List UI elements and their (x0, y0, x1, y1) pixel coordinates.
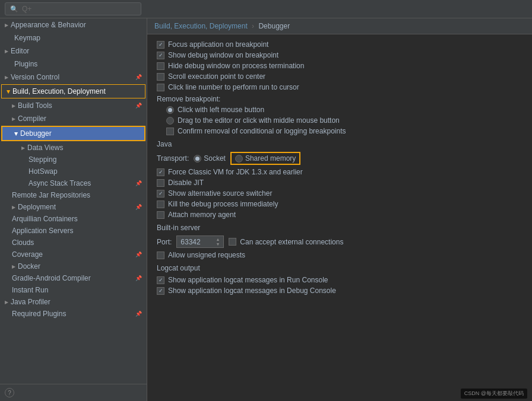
triangle-icon: ▶ (5, 300, 8, 305)
sidebar-item-build-tools[interactable]: ▶ Build Tools 📌 (0, 99, 147, 112)
triangle-icon: ▶ (21, 145, 25, 151)
pin-icon: 📌 (135, 74, 142, 80)
sidebar-item-instant-run[interactable]: Instant Run (0, 284, 147, 296)
checkbox-show-run[interactable]: ✓ (157, 276, 164, 284)
checkbox-show-alternative-label: Show alternative source switcher (168, 189, 272, 198)
sidebar-item-hotswap[interactable]: HotSwap (0, 166, 147, 177)
sidebar-item-debugger[interactable]: ▶ Debugger (1, 126, 145, 141)
sidebar-item-docker[interactable]: ▶ Docker (0, 260, 147, 272)
search-box[interactable]: 🔍 Q+ (5, 2, 141, 15)
sidebar-label: Gradle-Android Compiler (12, 274, 91, 282)
sidebar-label: Remote Jar Repositories (12, 191, 90, 199)
sidebar-label: Build Tools (18, 101, 52, 110)
triangle-icon: ▶ (5, 23, 8, 28)
built-in-server-label: Built-in server (157, 224, 522, 232)
remove-option-confirm: Confirm removal of conditional or loggin… (157, 127, 522, 135)
radio-drag[interactable] (166, 117, 174, 125)
remove-option-drag: Drag to the editor or click with middle … (157, 116, 522, 125)
triangle-icon: ▶ (5, 75, 8, 80)
checkbox-show-debug-console[interactable]: ✓ (157, 287, 164, 295)
sidebar-item-stepping[interactable]: Stepping (0, 154, 147, 166)
checkbox-attach-memory[interactable] (157, 211, 164, 219)
breadcrumb-parent: Build, Execution, Deployment (154, 22, 248, 30)
checkbox-show-alternative[interactable]: ✓ (157, 190, 164, 198)
sidebar-item-remote-jar[interactable]: Remote Jar Repositories (0, 189, 147, 201)
checkbox-confirm[interactable] (166, 128, 174, 135)
sidebar-label: Clouds (12, 238, 34, 247)
radio-socket[interactable] (194, 155, 201, 163)
sidebar-label: HotSwap (28, 167, 58, 176)
sidebar-label: Coverage (12, 250, 43, 259)
setting-force-classic: ✓ Force Classic VM for JDK 1.3.x and ear… (157, 168, 522, 176)
pin-icon: 📌 (135, 180, 142, 186)
triangle-icon: ▶ (12, 264, 15, 269)
radio-shared-memory[interactable] (235, 155, 243, 163)
port-row: Port: 63342 ▲ ▼ Can accept external conn… (157, 235, 522, 248)
spinner-down-icon[interactable]: ▼ (216, 242, 220, 246)
checkbox-show-debug[interactable]: ✓ (157, 52, 164, 59)
triangle-icon: ▶ (12, 205, 15, 210)
sidebar-item-required-plugins[interactable]: Required Plugins 📌 (0, 308, 147, 320)
sidebar-label: Compiler (18, 114, 46, 123)
sidebar-label: Appearance & Behavior (11, 21, 86, 29)
help-spacer (0, 320, 147, 384)
port-spinners[interactable]: ▲ ▼ (216, 237, 220, 246)
checkbox-focus-app[interactable]: ✓ (157, 41, 164, 49)
setting-show-debug-window: ✓ Show debug window on breakpoint (157, 51, 522, 59)
breadcrumb: Build, Execution, Deployment › Debugger (147, 18, 532, 34)
checkbox-force-classic[interactable]: ✓ (157, 168, 164, 176)
sidebar-item-arquillian[interactable]: Arquillian Containers (0, 213, 147, 225)
sidebar-label: Application Servers (12, 227, 73, 235)
sidebar-item-deployment[interactable]: ▶ Deployment 📌 (0, 201, 147, 213)
sidebar-item-build-exec[interactable]: ▶ Build, Execution, Deployment (1, 84, 145, 98)
checkbox-click-line[interactable] (157, 84, 164, 91)
right-panel: Build, Execution, Deployment › Debugger … (147, 18, 532, 401)
sidebar: ▶ Appearance & Behavior Keymap ▶ Editor … (0, 18, 147, 401)
sidebar-label: Docker (18, 262, 40, 270)
sidebar-item-app-servers[interactable]: Application Servers (0, 225, 147, 237)
sidebar-label: Data Views (27, 144, 63, 152)
setting-show-run-console: ✓ Show application logcat messages in Ru… (157, 276, 522, 284)
checkbox-hide-debug[interactable] (157, 62, 164, 70)
sidebar-item-gradle-android[interactable]: Gradle-Android Compiler 📌 (0, 272, 147, 284)
checkbox-allow-unsigned[interactable] (157, 252, 164, 259)
setting-click-line: Click line number to perform run to curs… (157, 83, 522, 91)
radio-click-left[interactable] (166, 106, 174, 114)
java-section-label: Java (157, 140, 522, 148)
checkbox-kill-debug[interactable] (157, 200, 164, 208)
transport-socket[interactable]: Socket (194, 154, 226, 163)
checkbox-show-run-label: Show application logcat messages in Run … (168, 276, 328, 284)
port-input-container[interactable]: 63342 ▲ ▼ (176, 235, 224, 248)
setting-attach-memory: Attach memory agent (157, 211, 522, 219)
sidebar-item-compiler[interactable]: ▶ Compiler (0, 112, 147, 125)
setting-scroll-exec: Scroll execution point to center (157, 72, 522, 81)
checkbox-can-accept[interactable] (229, 238, 236, 246)
port-label: Port: (157, 238, 172, 246)
checkbox-scroll-exec[interactable] (157, 73, 164, 81)
sidebar-item-data-views[interactable]: ▶ Data Views (0, 142, 147, 154)
sidebar-item-java-profiler[interactable]: ▶ Java Profiler (0, 296, 147, 308)
checkbox-attach-memory-label: Attach memory agent (168, 211, 236, 219)
sidebar-item-clouds[interactable]: Clouds (0, 237, 147, 249)
pin-icon: 📌 (135, 204, 142, 210)
sidebar-item-keymap[interactable]: Keymap (0, 31, 147, 44)
radio-drag-label: Drag to the editor or click with middle … (178, 116, 340, 125)
sidebar-item-editor[interactable]: ▶ Editor (0, 44, 147, 58)
spinner-up-icon[interactable]: ▲ (216, 237, 220, 241)
transport-shared-memory[interactable]: Shared memory (230, 152, 300, 165)
setting-show-debug-console: ✓ Show application logcat messages in De… (157, 287, 522, 295)
pin-icon: 📌 (135, 252, 142, 257)
help-button[interactable]: ? (0, 384, 147, 401)
sidebar-item-appearance[interactable]: ▶ Appearance & Behavior (0, 18, 147, 31)
pin-icon: 📌 (135, 275, 142, 281)
sidebar-label: Debugger (20, 129, 52, 138)
sidebar-item-async-stack[interactable]: Async Stack Traces 📌 (0, 177, 147, 189)
sidebar-label: Arquillian Containers (12, 215, 78, 223)
sidebar-item-version-control[interactable]: ▶ Version Control 📌 (0, 71, 147, 84)
triangle-icon: ▶ (12, 103, 15, 109)
sidebar-label: Keymap (14, 34, 40, 42)
checkbox-disable-jit[interactable] (157, 179, 164, 187)
sidebar-item-coverage[interactable]: Coverage 📌 (0, 249, 147, 260)
sidebar-item-plugins[interactable]: Plugins (0, 58, 147, 71)
checkbox-kill-debug-label: Kill the debug process immediately (168, 200, 278, 208)
